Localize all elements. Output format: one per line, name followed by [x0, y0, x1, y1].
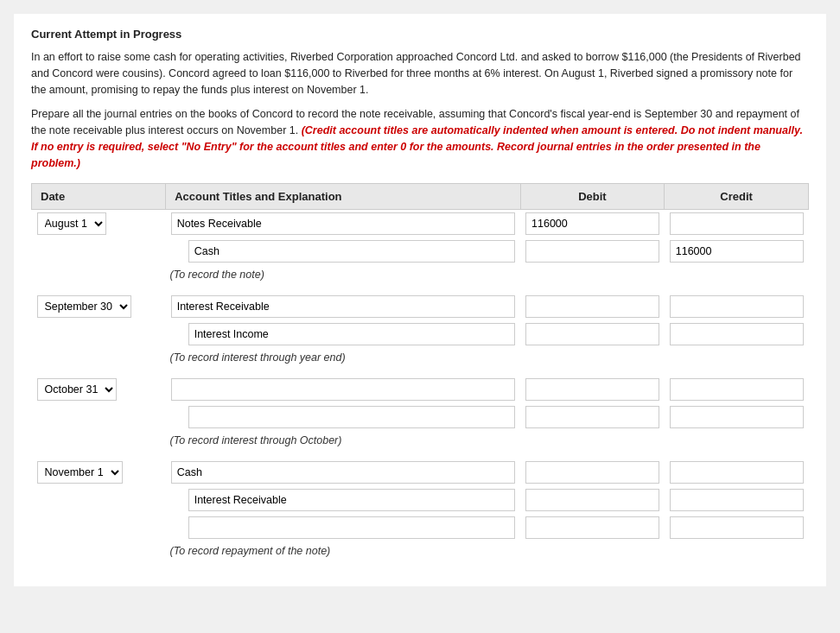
account-input-3-1[interactable] [188, 489, 515, 511]
debit-input-1-1[interactable] [525, 323, 659, 345]
entry-note: (To record interest through year end) [32, 348, 809, 370]
spacer-row [32, 564, 809, 569]
account-input-3-2[interactable] [188, 516, 515, 539]
entry-note: (To record repayment of the note) [32, 541, 809, 564]
note-row: (To record repayment of the note) [32, 541, 809, 564]
table-row: August 1 [32, 210, 809, 238]
entry-note: (To record interest through October) [32, 431, 809, 453]
debit-input-2-1[interactable] [525, 406, 659, 428]
account-input-1-0[interactable] [171, 295, 515, 318]
note-row: (To record interest through year end) [32, 348, 809, 370]
date-select-entry-3[interactable]: November 1 [37, 461, 123, 484]
credit-input-3-0[interactable] [670, 461, 804, 484]
debit-input-0-0[interactable] [525, 212, 659, 235]
table-row: September 30 [32, 293, 809, 320]
header-account: Account Titles and Explanation [166, 184, 520, 210]
account-input-3-0[interactable] [171, 461, 515, 484]
debit-input-3-2[interactable] [525, 516, 659, 539]
note-row: (To record interest through October) [32, 431, 809, 453]
credit-input-2-1[interactable] [670, 406, 804, 428]
account-input-0-1[interactable] [188, 240, 515, 263]
credit-input-2-0[interactable] [670, 378, 804, 401]
table-row [32, 486, 809, 514]
table-row: November 1 [32, 459, 809, 486]
table-row [32, 320, 809, 348]
debit-input-0-1[interactable] [525, 240, 659, 263]
credit-input-3-2[interactable] [670, 516, 804, 539]
header-debit: Debit [520, 184, 665, 210]
description-paragraph-1: In an effort to raise some cash for oper… [31, 49, 809, 98]
credit-input-0-1[interactable] [670, 240, 804, 263]
credit-input-1-1[interactable] [670, 323, 804, 345]
debit-input-3-1[interactable] [525, 489, 659, 511]
note-row: (To record the note) [32, 265, 809, 288]
account-input-0-0[interactable] [171, 212, 515, 235]
table-row [32, 237, 809, 265]
debit-input-2-0[interactable] [525, 378, 659, 401]
table-row: October 31 [32, 376, 809, 403]
header-date: Date [32, 184, 166, 210]
table-row [32, 403, 809, 431]
instruction-paragraph: Prepare all the journal entries on the b… [31, 106, 809, 171]
header-credit: Credit [665, 184, 809, 210]
credit-input-0-0[interactable] [670, 212, 804, 235]
date-select-entry-1[interactable]: September 30 [37, 295, 131, 318]
credit-input-1-0[interactable] [670, 295, 804, 318]
account-input-2-1[interactable] [188, 406, 515, 428]
account-input-2-0[interactable] [171, 378, 515, 401]
debit-input-3-0[interactable] [525, 461, 659, 484]
debit-input-1-0[interactable] [525, 295, 659, 318]
table-row [32, 514, 809, 541]
date-select-entry-0[interactable]: August 1 [37, 212, 106, 235]
section-title: Current Attempt in Progress [31, 28, 809, 41]
account-input-1-1[interactable] [188, 323, 515, 345]
date-select-entry-2[interactable]: October 31 [37, 378, 117, 401]
entry-note: (To record the note) [32, 265, 809, 288]
credit-input-3-1[interactable] [670, 489, 804, 511]
